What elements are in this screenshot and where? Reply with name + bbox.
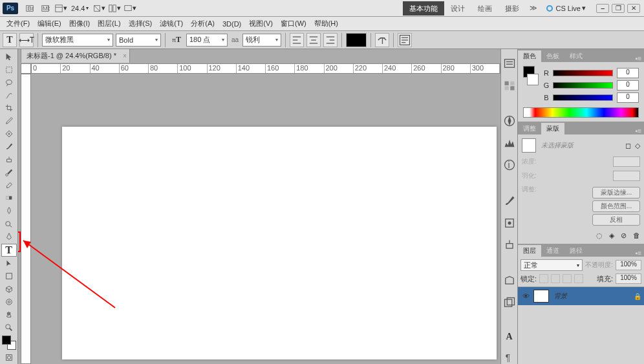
opacity-field[interactable]: 100% — [616, 260, 641, 270]
3d-tool[interactable] — [1, 283, 17, 295]
g-slider[interactable] — [553, 82, 613, 89]
panel-menu-icon[interactable]: ▪≡ — [633, 127, 644, 134]
delete-mask-icon[interactable]: 🗑 — [633, 231, 640, 240]
feather-field[interactable] — [613, 171, 640, 181]
menu-filter[interactable]: 滤镜(T) — [156, 19, 187, 28]
text-color-swatch[interactable] — [346, 33, 367, 47]
swatches-panel-icon[interactable] — [503, 79, 516, 92]
align-left-icon[interactable] — [290, 33, 304, 47]
arrange-docs-icon[interactable]: ▾ — [108, 2, 121, 15]
text-orientation-icon[interactable]: ⟷T — [19, 33, 34, 47]
menu-3d[interactable]: 3D(D) — [219, 20, 245, 28]
histogram-panel-icon[interactable] — [503, 136, 516, 149]
menu-edit[interactable]: 编辑(E) — [34, 19, 65, 28]
paragraph-panel-icon[interactable] — [398, 33, 412, 47]
menu-analysis[interactable]: 分析(A) — [187, 19, 219, 28]
layer-thumbnail[interactable] — [533, 290, 549, 303]
font-weight-select[interactable]: Bold▾ — [116, 34, 161, 47]
panel-menu-icon[interactable]: ▪≡ — [633, 250, 644, 257]
color-swatch-tool[interactable] — [1, 335, 17, 350]
lasso-tool[interactable] — [1, 77, 17, 89]
density-field[interactable] — [613, 156, 640, 167]
quickmask-tool[interactable] — [1, 352, 17, 363]
pen-tool[interactable] — [1, 231, 17, 242]
invert-button[interactable]: 反相 — [592, 214, 640, 226]
menu-select[interactable]: 选择(S) — [125, 19, 156, 28]
history-panel-icon[interactable] — [503, 57, 516, 70]
marquee-tool[interactable] — [1, 64, 17, 76]
shape-tool[interactable] — [1, 271, 17, 283]
move-tool[interactable] — [1, 51, 17, 63]
close-tab-icon[interactable]: × — [123, 52, 127, 59]
load-selection-icon[interactable]: ◌ — [596, 231, 603, 240]
lock-pixels-icon[interactable] — [551, 274, 560, 283]
clone-source-icon[interactable] — [503, 239, 516, 252]
workspace-more-icon[interactable]: ≫ — [526, 4, 541, 12]
tab-color[interactable]: 颜色 — [518, 50, 541, 62]
tool-presets-icon[interactable] — [503, 274, 516, 287]
apply-mask-icon[interactable]: ◈ — [609, 231, 614, 240]
history-brush-tool[interactable] — [1, 167, 17, 178]
antialias-select[interactable]: 锐利▾ — [242, 34, 281, 47]
disable-mask-icon[interactable]: ⊘ — [621, 231, 627, 240]
color-spectrum[interactable] — [523, 107, 639, 118]
r-slider[interactable] — [553, 70, 613, 76]
zoom-level-select[interactable]: 24.4▾ — [71, 5, 89, 12]
b-value[interactable]: 0 — [617, 92, 639, 103]
tab-paths[interactable]: 路径 — [564, 245, 588, 257]
clone-stamp-tool[interactable] — [1, 154, 17, 166]
restore-button[interactable]: ❐ — [612, 4, 625, 13]
lock-position-icon[interactable] — [563, 274, 572, 283]
blur-tool[interactable] — [1, 205, 17, 217]
layer-row[interactable]: 👁 背景 🔒 — [518, 287, 644, 305]
tab-layers[interactable]: 图层 — [518, 245, 541, 257]
hand-tool[interactable] — [1, 309, 17, 321]
tab-adjustments[interactable]: 调整 — [518, 123, 541, 134]
font-family-select[interactable]: 微软雅黑▾ — [42, 34, 113, 47]
cslive-button[interactable]: CS Live▾ — [546, 4, 586, 12]
tab-masks[interactable]: 蒙版 — [541, 123, 564, 134]
eyedropper-tool[interactable] — [1, 115, 17, 127]
paragraph-dock-icon[interactable]: ¶ — [503, 351, 516, 364]
view-extras-icon[interactable]: ▾ — [54, 2, 67, 15]
menu-layer[interactable]: 图层(L) — [94, 19, 124, 28]
close-button[interactable]: ✕ — [627, 4, 640, 13]
minibridge-icon[interactable]: Mb — [39, 2, 52, 15]
align-center-icon[interactable] — [306, 33, 321, 47]
menu-image[interactable]: 图像(I) — [65, 19, 94, 28]
navigator-panel-icon[interactable] — [503, 114, 516, 127]
zoom-tool[interactable] — [1, 322, 17, 334]
visibility-icon[interactable]: 👁 — [521, 292, 531, 300]
menu-help[interactable]: 帮助(H) — [310, 19, 342, 28]
lock-transparency-icon[interactable] — [539, 274, 548, 283]
mask-edge-button[interactable]: 蒙版边缘... — [592, 187, 640, 198]
g-value[interactable]: 0 — [617, 80, 639, 91]
workspace-design[interactable]: 设计 — [444, 1, 471, 16]
panel-menu-icon[interactable]: ▪≡ — [633, 55, 644, 62]
layer-comps-icon[interactable] — [503, 296, 516, 309]
dodge-tool[interactable] — [1, 218, 17, 230]
character-panel-icon[interactable]: A — [503, 332, 516, 342]
fgbg-swatch[interactable] — [523, 66, 539, 102]
workspace-essentials[interactable]: 基本功能 — [403, 1, 444, 16]
tool-preset-icon[interactable]: T — [3, 33, 17, 47]
healing-brush-tool[interactable] — [1, 128, 17, 140]
document-tab[interactable]: 未标题-1 @ 24.4%(RGB/8) *× — [21, 49, 130, 63]
brush-panel-icon[interactable] — [503, 195, 516, 208]
eraser-tool[interactable] — [1, 179, 17, 191]
pixel-mask-icon[interactable]: ◻ — [625, 142, 631, 150]
menu-view[interactable]: 视图(V) — [245, 19, 277, 28]
blend-mode-select[interactable]: 正常▾ — [521, 259, 583, 271]
vertical-ruler[interactable] — [21, 74, 31, 364]
gradient-tool[interactable] — [1, 192, 17, 204]
lock-all-icon[interactable] — [574, 274, 583, 283]
text-tool[interactable]: T — [1, 244, 17, 257]
tab-channels[interactable]: 通道 — [541, 245, 564, 257]
tab-styles[interactable]: 样式 — [564, 50, 588, 62]
minimize-button[interactable]: ‒ — [596, 4, 609, 13]
quick-select-tool[interactable] — [1, 90, 17, 102]
screen-mode-icon[interactable]: ▾ — [123, 2, 136, 15]
info-panel-icon[interactable]: i — [503, 158, 516, 171]
fill-field[interactable]: 100% — [616, 273, 641, 284]
b-slider[interactable] — [553, 94, 613, 101]
